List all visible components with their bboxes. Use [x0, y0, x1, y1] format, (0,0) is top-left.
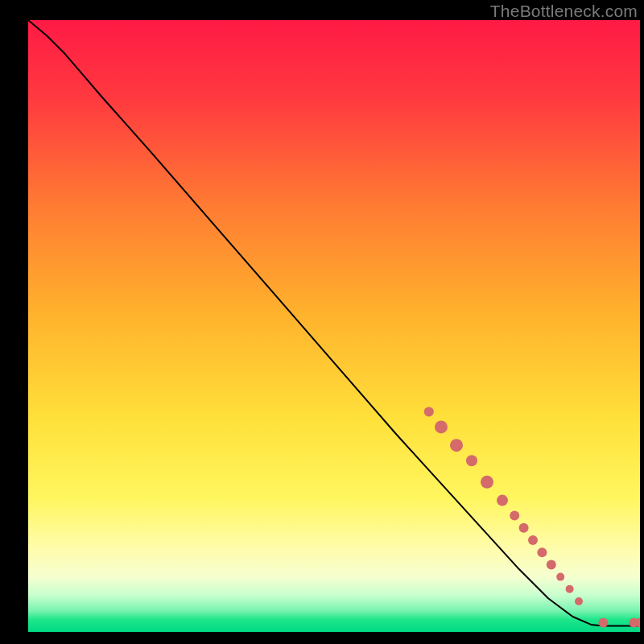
- data-marker: [510, 511, 519, 521]
- data-marker: [481, 476, 493, 489]
- data-marker: [566, 585, 574, 593]
- data-marker: [575, 597, 583, 605]
- data-marker: [547, 559, 556, 569]
- data-marker: [497, 495, 508, 506]
- data-marker: [435, 420, 448, 433]
- gradient-background: [28, 20, 640, 632]
- watermark-text: TheBottleneck.com: [490, 2, 638, 21]
- data-marker: [519, 523, 529, 533]
- data-marker: [528, 535, 538, 545]
- data-marker: [598, 618, 608, 628]
- plot-area: [28, 20, 640, 632]
- data-marker: [450, 439, 463, 452]
- data-marker: [466, 455, 477, 466]
- chart-svg: [28, 20, 640, 632]
- data-marker: [556, 573, 564, 581]
- chart-container: TheBottleneck.com: [0, 0, 644, 644]
- data-marker: [424, 407, 434, 416]
- data-marker: [537, 547, 547, 557]
